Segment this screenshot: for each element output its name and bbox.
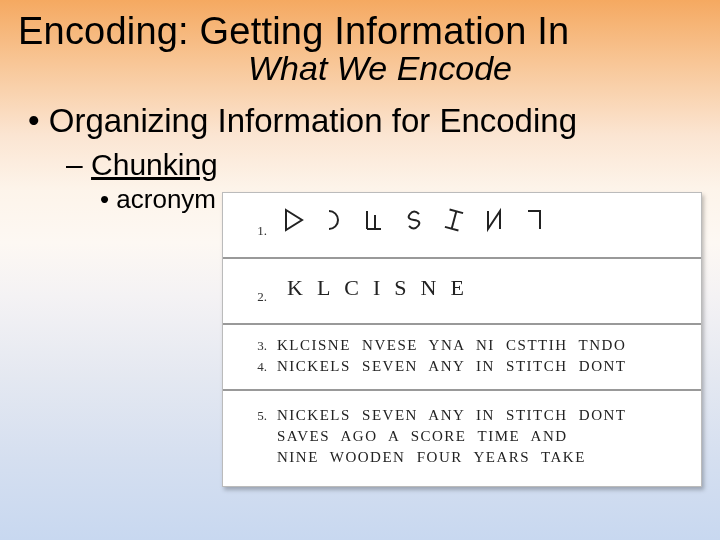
- row-number: 2.: [223, 271, 277, 305]
- glyph-stroke-icon: [363, 205, 385, 235]
- bullet-level1: • Organizing Information for Encoding: [0, 88, 720, 140]
- letter-set: KLCISNE: [277, 271, 478, 301]
- figure-row-1: 1.: [223, 193, 701, 259]
- chunking-term: Chunking: [91, 148, 218, 181]
- glyph-c-reverse-icon: [323, 205, 345, 235]
- phrase-text: NINE WOODEN FOUR YEARS TAKE: [277, 449, 586, 466]
- chunking-figure: 1. 2. KLCISNE 3.KLCISNE NVESE YNA NI CST…: [222, 192, 702, 487]
- phrase-text: NICKELS SEVEN ANY IN STITCH DONT: [277, 407, 627, 424]
- glyph-n-mirror-icon: [483, 205, 505, 235]
- glyph-triangle-icon: [283, 205, 305, 235]
- figure-row-2: 2. KLCISNE: [223, 259, 701, 325]
- glyph-gamma-icon: [523, 205, 545, 235]
- figure-row-3-4: 3.KLCISNE NVESE YNA NI CSTTIH TNDO 4.NIC…: [223, 325, 701, 391]
- phrase-text: SAVES AGO A SCORE TIME AND: [277, 428, 568, 445]
- slide-title: Encoding: Getting Information In: [0, 0, 720, 53]
- word-text: NICKELS SEVEN ANY IN STITCH DONT: [277, 358, 627, 375]
- row-number: 4.: [223, 359, 277, 375]
- bullet-level2: – Chunking: [0, 140, 720, 182]
- slide-subtitle: What We Encode: [0, 49, 720, 88]
- glyph-set: [277, 205, 545, 235]
- glyph-i-rot-icon: [443, 205, 465, 235]
- scrambled-text: KLCISNE NVESE YNA NI CSTTIH TNDO: [277, 337, 626, 354]
- row-number: 3.: [223, 338, 277, 354]
- row-number: 5.: [223, 408, 277, 424]
- figure-row-5: 5.NICKELS SEVEN ANY IN STITCH DONT SAVES…: [223, 391, 701, 486]
- row-number: 1.: [223, 205, 277, 239]
- glyph-s-icon: [403, 205, 425, 235]
